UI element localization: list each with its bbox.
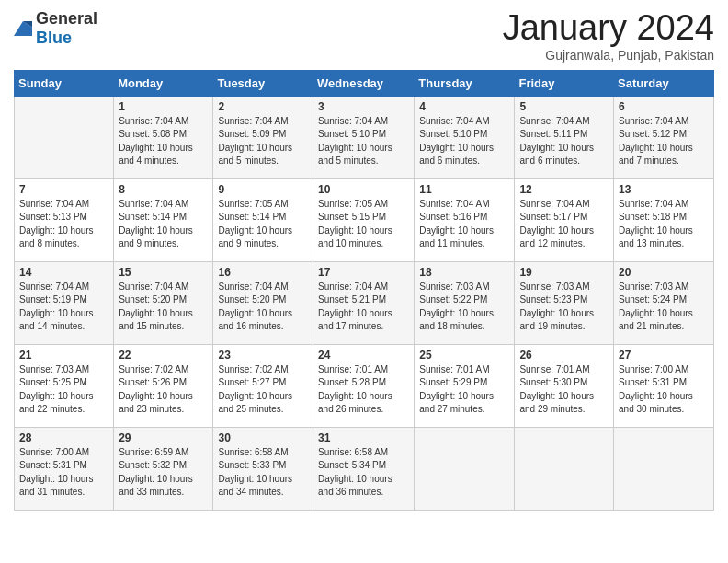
calendar-cell: 27Sunrise: 7:00 AM Sunset: 5:31 PM Dayli… (614, 344, 714, 427)
day-info: Sunrise: 7:03 AM Sunset: 5:22 PM Dayligh… (419, 281, 509, 334)
day-info: Sunrise: 7:00 AM Sunset: 5:31 PM Dayligh… (619, 363, 709, 417)
day-number: 2 (218, 100, 308, 113)
calendar-week-row: 1Sunrise: 7:04 AM Sunset: 5:08 PM Daylig… (15, 96, 714, 178)
calendar-cell: 12Sunrise: 7:04 AM Sunset: 5:17 PM Dayli… (515, 178, 614, 261)
logo-general: General (36, 9, 97, 28)
logo: General Blue (14, 9, 97, 48)
calendar-cell: 13Sunrise: 7:04 AM Sunset: 5:18 PM Dayli… (614, 178, 714, 261)
day-number: 21 (19, 349, 108, 362)
day-info: Sunrise: 7:04 AM Sunset: 5:20 PM Dayligh… (119, 281, 208, 334)
day-number: 29 (119, 431, 208, 444)
day-info: Sunrise: 7:04 AM Sunset: 5:16 PM Dayligh… (419, 198, 509, 251)
day-info: Sunrise: 7:03 AM Sunset: 5:25 PM Dayligh… (19, 363, 108, 417)
calendar-cell: 26Sunrise: 7:01 AM Sunset: 5:30 PM Dayli… (515, 344, 614, 427)
header-saturday: Saturday (614, 70, 714, 96)
day-number: 7 (19, 183, 108, 196)
calendar-cell: 17Sunrise: 7:04 AM Sunset: 5:21 PM Dayli… (313, 261, 415, 344)
day-number: 5 (519, 100, 609, 113)
day-number: 28 (19, 431, 108, 444)
calendar-cell: 11Sunrise: 7:04 AM Sunset: 5:16 PM Dayli… (415, 178, 515, 261)
calendar-cell: 29Sunrise: 6:59 AM Sunset: 5:32 PM Dayli… (114, 427, 213, 510)
calendar-cell: 16Sunrise: 7:04 AM Sunset: 5:20 PM Dayli… (213, 261, 313, 344)
calendar-cell: 18Sunrise: 7:03 AM Sunset: 5:22 PM Dayli… (415, 261, 515, 344)
day-info: Sunrise: 7:02 AM Sunset: 5:27 PM Dayligh… (218, 363, 308, 417)
calendar-cell (415, 427, 515, 510)
day-number: 16 (218, 266, 308, 279)
calendar-cell: 2Sunrise: 7:04 AM Sunset: 5:09 PM Daylig… (213, 96, 313, 178)
day-info: Sunrise: 7:00 AM Sunset: 5:31 PM Dayligh… (19, 446, 108, 500)
day-number: 1 (119, 100, 208, 113)
calendar-cell: 19Sunrise: 7:03 AM Sunset: 5:23 PM Dayli… (515, 261, 614, 344)
day-number: 26 (519, 349, 609, 362)
day-info: Sunrise: 7:04 AM Sunset: 5:13 PM Dayligh… (19, 198, 108, 251)
day-info: Sunrise: 7:04 AM Sunset: 5:10 PM Dayligh… (419, 115, 509, 168)
day-info: Sunrise: 7:01 AM Sunset: 5:28 PM Dayligh… (318, 363, 409, 417)
calendar-cell: 8Sunrise: 7:04 AM Sunset: 5:14 PM Daylig… (114, 178, 213, 261)
day-number: 27 (619, 349, 709, 362)
header-friday: Friday (515, 70, 614, 96)
month-title: January 2024 (503, 9, 714, 48)
calendar-cell (515, 427, 614, 510)
header-monday: Monday (114, 70, 213, 96)
day-number: 25 (419, 349, 509, 362)
day-info: Sunrise: 7:01 AM Sunset: 5:29 PM Dayligh… (419, 363, 509, 417)
day-info: Sunrise: 7:04 AM Sunset: 5:10 PM Dayligh… (318, 115, 409, 168)
day-number: 12 (519, 183, 609, 196)
calendar-cell: 20Sunrise: 7:03 AM Sunset: 5:24 PM Dayli… (614, 261, 714, 344)
calendar-cell: 5Sunrise: 7:04 AM Sunset: 5:11 PM Daylig… (515, 96, 614, 178)
day-number: 17 (318, 266, 409, 279)
day-number: 15 (119, 266, 208, 279)
day-info: Sunrise: 7:03 AM Sunset: 5:24 PM Dayligh… (619, 281, 709, 334)
calendar-cell: 1Sunrise: 7:04 AM Sunset: 5:08 PM Daylig… (114, 96, 213, 178)
calendar-cell: 4Sunrise: 7:04 AM Sunset: 5:10 PM Daylig… (415, 96, 515, 178)
day-info: Sunrise: 7:02 AM Sunset: 5:26 PM Dayligh… (119, 363, 208, 417)
day-info: Sunrise: 7:04 AM Sunset: 5:12 PM Dayligh… (619, 115, 709, 168)
calendar-cell: 31Sunrise: 6:58 AM Sunset: 5:34 PM Dayli… (313, 427, 415, 510)
day-info: Sunrise: 7:04 AM Sunset: 5:18 PM Dayligh… (619, 198, 709, 251)
day-info: Sunrise: 7:04 AM Sunset: 5:20 PM Dayligh… (218, 281, 308, 334)
calendar-cell (614, 427, 714, 510)
day-number: 23 (218, 349, 308, 362)
day-number: 8 (119, 183, 208, 196)
calendar-cell: 14Sunrise: 7:04 AM Sunset: 5:19 PM Dayli… (15, 261, 114, 344)
header-thursday: Thursday (415, 70, 515, 96)
calendar-cell: 30Sunrise: 6:58 AM Sunset: 5:33 PM Dayli… (213, 427, 313, 510)
header-sunday: Sunday (15, 70, 114, 96)
title-block: January 2024 Gujranwala, Punjab, Pakista… (503, 9, 714, 63)
calendar-week-row: 28Sunrise: 7:00 AM Sunset: 5:31 PM Dayli… (15, 427, 714, 510)
day-info: Sunrise: 7:04 AM Sunset: 5:09 PM Dayligh… (218, 115, 308, 168)
header-wednesday: Wednesday (313, 70, 415, 96)
calendar-cell: 15Sunrise: 7:04 AM Sunset: 5:20 PM Dayli… (114, 261, 213, 344)
day-number: 30 (218, 431, 308, 444)
header-tuesday: Tuesday (213, 70, 313, 96)
day-info: Sunrise: 7:04 AM Sunset: 5:17 PM Dayligh… (519, 198, 609, 251)
day-info: Sunrise: 7:03 AM Sunset: 5:23 PM Dayligh… (519, 281, 609, 334)
day-info: Sunrise: 7:04 AM Sunset: 5:14 PM Dayligh… (119, 198, 208, 251)
day-number: 3 (318, 100, 409, 113)
logo-icon (14, 19, 32, 38)
calendar-table: Sunday Monday Tuesday Wednesday Thursday… (14, 70, 714, 511)
day-info: Sunrise: 7:04 AM Sunset: 5:21 PM Dayligh… (318, 281, 409, 334)
day-number: 18 (419, 266, 509, 279)
calendar-week-row: 21Sunrise: 7:03 AM Sunset: 5:25 PM Dayli… (15, 344, 714, 427)
logo-text: General Blue (36, 9, 97, 48)
calendar-cell: 21Sunrise: 7:03 AM Sunset: 5:25 PM Dayli… (15, 344, 114, 427)
calendar-cell (15, 96, 114, 178)
header-row: Sunday Monday Tuesday Wednesday Thursday… (15, 70, 714, 96)
day-info: Sunrise: 6:59 AM Sunset: 5:32 PM Dayligh… (119, 446, 208, 500)
calendar-body: 1Sunrise: 7:04 AM Sunset: 5:08 PM Daylig… (15, 96, 714, 510)
calendar-week-row: 14Sunrise: 7:04 AM Sunset: 5:19 PM Dayli… (15, 261, 714, 344)
calendar-cell: 9Sunrise: 7:05 AM Sunset: 5:14 PM Daylig… (213, 178, 313, 261)
calendar-cell: 6Sunrise: 7:04 AM Sunset: 5:12 PM Daylig… (614, 96, 714, 178)
calendar-cell: 3Sunrise: 7:04 AM Sunset: 5:10 PM Daylig… (313, 96, 415, 178)
day-number: 11 (419, 183, 509, 196)
location-title: Gujranwala, Punjab, Pakistan (503, 48, 714, 63)
day-info: Sunrise: 7:04 AM Sunset: 5:08 PM Dayligh… (119, 115, 208, 168)
day-info: Sunrise: 7:04 AM Sunset: 5:11 PM Dayligh… (519, 115, 609, 168)
day-number: 14 (19, 266, 108, 279)
logo-blue: Blue (36, 29, 72, 47)
day-number: 22 (119, 349, 208, 362)
day-number: 31 (318, 431, 409, 444)
day-info: Sunrise: 6:58 AM Sunset: 5:34 PM Dayligh… (318, 446, 409, 500)
day-number: 13 (619, 183, 709, 196)
